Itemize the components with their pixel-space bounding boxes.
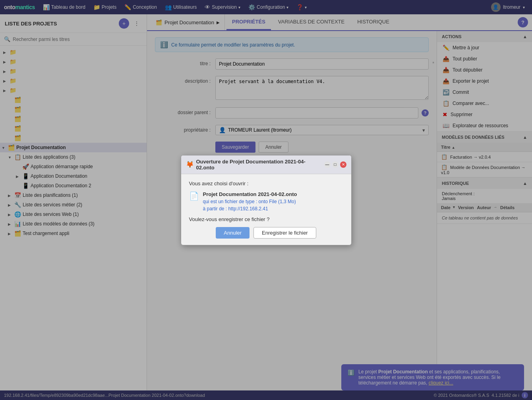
modal-file-icon: 📄	[189, 191, 199, 201]
modal-file-type: qui est un fichier de type : onto File (…	[203, 199, 297, 204]
modal-intro: Vous avez choisi d'ouvrir :	[189, 181, 343, 186]
modal-question: Voulez-vous enregistrer ce fichier ?	[189, 216, 343, 222]
modal-file-name: Projet Documentation 2021-04-02.onto	[203, 191, 297, 197]
modal-save-file-button[interactable]: Enregistrer le fichier	[253, 227, 316, 239]
modal-actions: Annuler Enregistrer le fichier	[189, 227, 343, 239]
modal-firefox-icon: 🦊	[186, 161, 194, 168]
modal-file-from: à partir de : http://192.168.2.41	[203, 206, 297, 212]
modal-body: Vous avez choisi d'ouvrir : 📄 Projet Doc…	[181, 174, 351, 245]
modal-cancel-button[interactable]: Annuler	[216, 227, 250, 239]
modal-close-button[interactable]: ✕	[340, 161, 346, 168]
modal-title: Ouverture de Projet Documentation 2021-0…	[196, 159, 322, 171]
modal-file-type-value: onto File (1,3 Mo)	[259, 199, 296, 204]
modal-file-from-value: http://192.168.2.41	[228, 206, 268, 212]
modal-overlay: 🦊 Ouverture de Projet Documentation 2021…	[0, 0, 532, 400]
modal-minimize-button[interactable]: —	[324, 161, 331, 168]
modal-title-buttons: — □ ✕	[324, 161, 346, 168]
modal-file: 📄 Projet Documentation 2021-04-02.onto q…	[189, 191, 343, 212]
modal-titlebar: 🦊 Ouverture de Projet Documentation 2021…	[181, 155, 351, 174]
modal-maximize-button[interactable]: □	[332, 161, 339, 168]
file-open-modal: 🦊 Ouverture de Projet Documentation 2021…	[181, 155, 352, 245]
